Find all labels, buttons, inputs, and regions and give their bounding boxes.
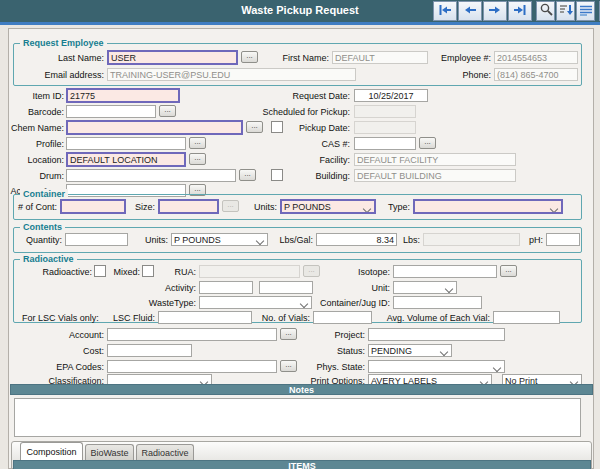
facility-field[interactable]: DEFAULT FACILITY: [354, 153, 516, 166]
phys-state-dropdown[interactable]: [368, 360, 505, 373]
request-date-field[interactable]: 10/25/2017: [354, 89, 428, 102]
avg-volume-label: Avg. Volume of Each Vial:: [380, 313, 490, 324]
last-name-label: Last Name:: [14, 53, 104, 64]
chevron-down-icon: [256, 237, 264, 245]
lbs-field[interactable]: [423, 233, 520, 246]
barcode-label: Barcode:: [2, 107, 64, 118]
building-field[interactable]: DEFAULT BUILDING: [354, 169, 516, 182]
item-id-field[interactable]: 21775: [66, 88, 180, 103]
search-icon: [539, 2, 553, 20]
waste-type-label: WasteType:: [140, 298, 196, 309]
drum-field[interactable]: [66, 169, 236, 182]
quantity-label: Quantity:: [10, 235, 62, 246]
size-label: Size:: [120, 202, 155, 213]
container-jug-id-field[interactable]: [393, 296, 482, 309]
cas-number-field[interactable]: [354, 137, 416, 150]
list-view-button[interactable]: [576, 1, 595, 21]
phone-field[interactable]: (814) 865-4700: [494, 68, 578, 81]
employee-number-field[interactable]: 2014554653: [494, 51, 578, 64]
first-name-field[interactable]: DEFAULT: [332, 51, 428, 64]
toolbar: [433, 1, 600, 21]
status-dropdown[interactable]: PENDING: [368, 344, 452, 357]
isotope-field[interactable]: [393, 265, 497, 278]
search-button[interactable]: [536, 1, 555, 21]
radioactive-checkbox[interactable]: [94, 265, 106, 277]
last-name-browse-button[interactable]: ...: [241, 51, 258, 63]
notes-textarea[interactable]: [14, 398, 581, 437]
cost-label: Cost:: [14, 346, 104, 357]
project-label: Project:: [240, 330, 365, 341]
last-record-icon: [513, 2, 527, 20]
activity-field-2[interactable]: [259, 281, 313, 294]
mixed-label: Mixed:: [109, 267, 140, 278]
last-name-field[interactable]: USER: [107, 50, 238, 65]
sort-icon: [559, 2, 573, 20]
status-value: PENDING: [371, 346, 412, 356]
rua-field[interactable]: [199, 265, 300, 278]
scheduled-for-pickup-field[interactable]: [354, 105, 416, 118]
next-record-icon: [488, 2, 502, 20]
barcode-browse-button[interactable]: ...: [159, 105, 176, 117]
lbs-label: Lbs:: [400, 235, 420, 246]
lsc-fluid-field[interactable]: [158, 311, 252, 324]
drum-label: Drum:: [2, 171, 64, 182]
radioactive-label: Radioactive:: [30, 267, 92, 278]
quantity-field[interactable]: [65, 233, 128, 246]
container-type-dropdown[interactable]: [413, 199, 563, 214]
first-record-icon: [438, 2, 452, 20]
scheduled-for-pickup-label: Scheduled for Pickup:: [230, 107, 350, 118]
chevron-down-icon: [493, 364, 501, 372]
container-jug-id-label: Container/Jug ID:: [310, 298, 390, 309]
cost-field[interactable]: [107, 344, 192, 357]
size-field[interactable]: [158, 199, 219, 214]
profile-field[interactable]: [66, 137, 186, 150]
pickup-date-label: Pickup Date:: [230, 123, 350, 134]
items-header-bar: ITEMS: [13, 460, 591, 469]
tab-radioactive[interactable]: Radioactive: [136, 444, 194, 460]
rua-label: RUA:: [160, 267, 196, 278]
email-label: Email address:: [14, 70, 104, 81]
activity-field-1[interactable]: [199, 281, 253, 294]
first-name-label: First Name:: [260, 53, 329, 64]
profile-browse-button[interactable]: ...: [189, 137, 206, 149]
barcode-field[interactable]: [66, 105, 156, 118]
next-record-button[interactable]: [483, 1, 507, 21]
isotope-browse-button[interactable]: ...: [500, 265, 517, 277]
num-containers-label: # of Cont:: [2, 202, 57, 213]
sort-button[interactable]: [556, 1, 575, 21]
waste-type-dropdown[interactable]: [199, 296, 312, 309]
num-containers-field[interactable]: [60, 199, 126, 214]
rua-browse-button[interactable]: ...: [303, 265, 320, 277]
tab-biowaste[interactable]: BioWaste: [85, 444, 134, 460]
location-browse-button[interactable]: ...: [189, 153, 206, 165]
chem-name-field[interactable]: [66, 120, 243, 135]
notes-header-bar: Notes: [10, 384, 593, 395]
mixed-checkbox[interactable]: [142, 265, 154, 277]
lsc-vials-note: For LSC Vials only:: [22, 313, 112, 324]
size-browse-button[interactable]: ...: [222, 200, 239, 212]
avg-volume-field[interactable]: [493, 311, 560, 324]
pickup-date-field[interactable]: [354, 121, 416, 134]
no-of-vials-field[interactable]: [313, 311, 372, 324]
no-of-vials-label: No. of Vials:: [255, 313, 310, 324]
contents-units-value: P POUNDS: [174, 235, 221, 245]
phone-label: Phone:: [430, 70, 491, 81]
building-label: Building:: [230, 171, 350, 182]
items-header: ITEMS: [288, 461, 316, 469]
tab-composition[interactable]: Composition: [20, 442, 83, 460]
first-record-button[interactable]: [433, 1, 457, 21]
cas-browse-button[interactable]: ...: [419, 137, 436, 149]
ph-field[interactable]: [546, 233, 580, 246]
project-field[interactable]: [368, 328, 505, 341]
container-units-dropdown[interactable]: P POUNDS: [280, 199, 376, 214]
location-field[interactable]: DEFAULT LOCATION: [66, 152, 186, 167]
request-date-label: Request Date:: [230, 91, 350, 102]
last-record-button[interactable]: [508, 1, 532, 21]
lbs-gal-field[interactable]: 8.34: [316, 233, 397, 246]
contents-units-dropdown[interactable]: P POUNDS: [171, 233, 268, 246]
unit-dropdown[interactable]: [393, 281, 457, 294]
email-field[interactable]: TRAINING-USER@PSU.EDU: [107, 68, 356, 81]
container-units-label: Units:: [249, 202, 277, 213]
previous-record-button[interactable]: [458, 1, 482, 21]
chevron-down-icon: [445, 285, 453, 293]
